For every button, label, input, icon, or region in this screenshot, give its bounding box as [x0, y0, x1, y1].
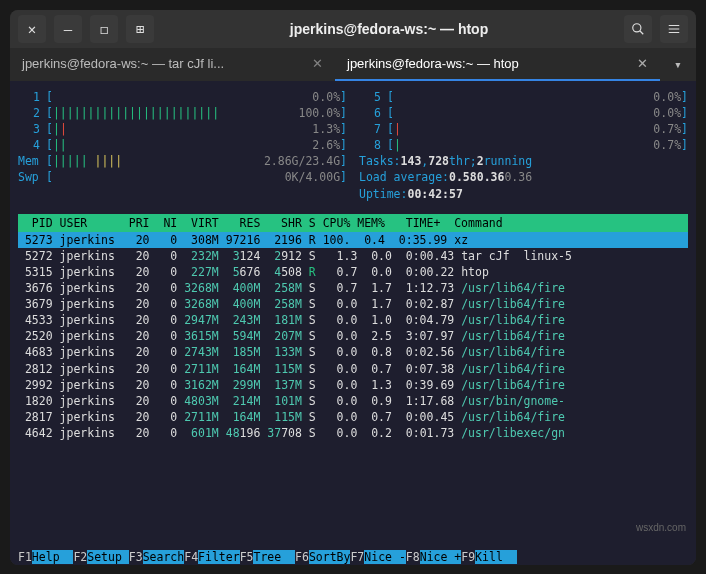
window-title: jperkins@fedora-ws:~ — htop — [162, 21, 616, 37]
maximize-button[interactable]: ◻ — [90, 15, 118, 43]
cpu-meter-8: 8[| 0.7%] — [359, 137, 688, 153]
fkey-label[interactable]: Nice + — [420, 550, 462, 564]
fkey-F2[interactable]: F2 — [73, 550, 87, 564]
cpu-meter-3: 3[|| 1.3%] — [18, 121, 347, 137]
tasks-line: Tasks: 143, 728 thr; 2 running — [359, 153, 688, 169]
fkey-F8[interactable]: F8 — [406, 550, 420, 564]
fkey-label[interactable]: Search — [143, 550, 185, 564]
cpu-meter-7: 7[| 0.7%] — [359, 121, 688, 137]
process-row[interactable]: 3679 jperkins 20 0 3268M 400M 258M S 0.0… — [18, 296, 688, 312]
terminal-window: ✕ – ◻ ⊞ jperkins@fedora-ws:~ — htop jper… — [10, 10, 696, 565]
tab-bar: jperkins@fedora-ws:~ — tar cJf li... ✕ j… — [10, 48, 696, 81]
process-row[interactable]: 4683 jperkins 20 0 2743M 185M 133M S 0.0… — [18, 344, 688, 360]
meters-area: 1[ 0.0%] 2[||||||||||||||||||||||||100.0… — [18, 89, 688, 202]
fkey-F3[interactable]: F3 — [129, 550, 143, 564]
cpu-meter-6: 6[ 0.0%] — [359, 105, 688, 121]
meters-left: 1[ 0.0%] 2[||||||||||||||||||||||||100.0… — [18, 89, 347, 202]
tab-label: jperkins@fedora-ws:~ — tar cJf li... — [22, 56, 224, 71]
cpu-meter-2: 2[||||||||||||||||||||||||100.0%] — [18, 105, 347, 121]
minimize-button[interactable]: – — [54, 15, 82, 43]
hamburger-icon — [667, 22, 681, 36]
process-row[interactable]: 1820 jperkins 20 0 4803M 214M 101M S 0.0… — [18, 393, 688, 409]
cpu-meter-1: 1[ 0.0%] — [18, 89, 347, 105]
process-list[interactable]: 5273 jperkins 20 0 308M 97216 2196 R 100… — [18, 232, 688, 441]
fkey-F9[interactable]: F9 — [461, 550, 475, 564]
fkey-F1[interactable]: F1 — [18, 550, 32, 564]
meters-right: 5[ 0.0%] 6[ 0.0%] 7[| 0.7%] 8[| 0.7%] Ta… — [359, 89, 688, 202]
process-row[interactable]: 5315 jperkins 20 0 227M 5676 4508 R 0.7 … — [18, 264, 688, 280]
fkey-label[interactable]: Nice - — [364, 550, 406, 564]
process-row[interactable]: 3676 jperkins 20 0 3268M 400M 258M S 0.7… — [18, 280, 688, 296]
fkey-F6[interactable]: F6 — [295, 550, 309, 564]
svg-point-0 — [633, 24, 641, 32]
close-button[interactable]: ✕ — [18, 15, 46, 43]
process-row[interactable]: 2812 jperkins 20 0 2711M 164M 115M S 0.0… — [18, 361, 688, 377]
tab-label: jperkins@fedora-ws:~ — htop — [347, 56, 519, 71]
fkey-F7[interactable]: F7 — [350, 550, 364, 564]
process-row[interactable]: 2817 jperkins 20 0 2711M 164M 115M S 0.0… — [18, 409, 688, 425]
tab-dropdown[interactable]: ▾ — [660, 48, 696, 81]
process-row[interactable]: 4533 jperkins 20 0 2947M 243M 181M S 0.0… — [18, 312, 688, 328]
uptime-line: Uptime: 00:42:57 — [359, 186, 688, 202]
swap-meter: Swp[ 0K/4.00G] — [18, 169, 347, 185]
svg-line-1 — [640, 31, 644, 35]
new-tab-button[interactable]: ⊞ — [126, 15, 154, 43]
fkey-label[interactable]: Kill — [475, 550, 517, 564]
mem-meter: Mem[||||| |||| 2.86G/23.4G] — [18, 153, 347, 169]
menu-button[interactable] — [660, 15, 688, 43]
search-icon — [631, 22, 645, 36]
process-row[interactable]: 4642 jperkins 20 0 601M 48196 37708 S 0.… — [18, 425, 688, 441]
tab-close-icon[interactable]: ✕ — [312, 56, 323, 71]
tab-1[interactable]: jperkins@fedora-ws:~ — tar cJf li... ✕ — [10, 48, 335, 81]
fkey-label[interactable]: Setup — [87, 550, 129, 564]
fkey-F5[interactable]: F5 — [240, 550, 254, 564]
loadavg-line: Load average: 0.58 0.36 0.36 — [359, 169, 688, 185]
process-row[interactable]: 2992 jperkins 20 0 3162M 299M 137M S 0.0… — [18, 377, 688, 393]
terminal-body[interactable]: 1[ 0.0%] 2[||||||||||||||||||||||||100.0… — [10, 81, 696, 565]
process-header[interactable]: PID USER PRI NI VIRT RES SHR S CPU% MEM%… — [18, 214, 688, 232]
watermark: wsxdn.com — [636, 521, 686, 535]
process-row[interactable]: 5273 jperkins 20 0 308M 97216 2196 R 100… — [18, 232, 688, 248]
titlebar: ✕ – ◻ ⊞ jperkins@fedora-ws:~ — htop — [10, 10, 696, 48]
fkey-F4[interactable]: F4 — [184, 550, 198, 564]
fkey-label[interactable]: Help — [32, 550, 74, 564]
fkey-label[interactable]: Filter — [198, 550, 240, 564]
tab-close-icon[interactable]: ✕ — [637, 56, 648, 71]
process-row[interactable]: 5272 jperkins 20 0 232M 3124 2912 S 1.3 … — [18, 248, 688, 264]
fkey-label[interactable]: SortBy — [309, 550, 351, 564]
function-key-bar: F1Help F2Setup F3SearchF4FilterF5Tree F6… — [18, 549, 688, 565]
process-row[interactable]: 2520 jperkins 20 0 3615M 594M 207M S 0.0… — [18, 328, 688, 344]
search-button[interactable] — [624, 15, 652, 43]
cpu-meter-5: 5[ 0.0%] — [359, 89, 688, 105]
tab-2[interactable]: jperkins@fedora-ws:~ — htop ✕ — [335, 48, 660, 81]
cpu-meter-4: 4[|| 2.6%] — [18, 137, 347, 153]
fkey-label[interactable]: Tree — [253, 550, 295, 564]
